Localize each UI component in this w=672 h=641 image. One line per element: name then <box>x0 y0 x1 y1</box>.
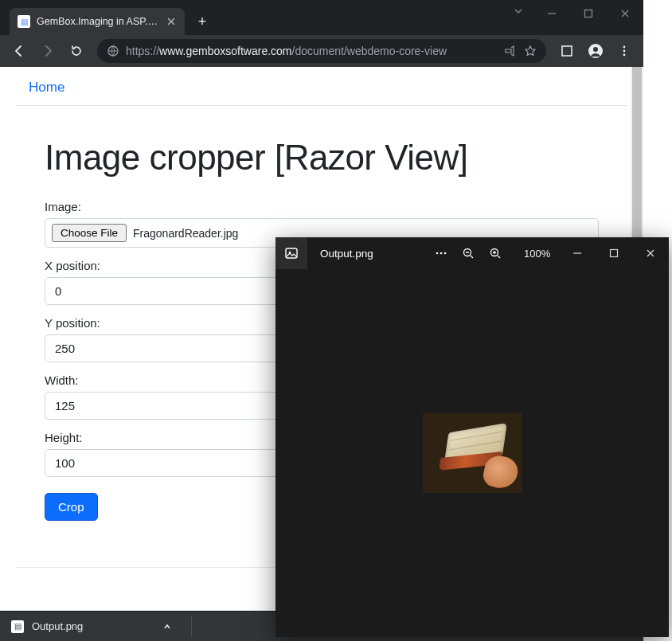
forward-icon[interactable] <box>35 38 61 64</box>
svg-point-11 <box>440 252 443 255</box>
home-link[interactable]: Home <box>29 80 64 95</box>
photos-canvas[interactable] <box>275 269 669 637</box>
choose-file-button[interactable]: Choose File <box>52 224 127 242</box>
zoom-out-icon[interactable] <box>462 247 475 260</box>
extensions-icon[interactable] <box>554 38 580 64</box>
site-info-icon[interactable] <box>107 45 119 57</box>
menu-icon[interactable] <box>611 38 637 64</box>
svg-rect-0 <box>585 10 592 18</box>
tab-title: GemBox.Imaging in ASP.NET Cor <box>37 16 159 27</box>
svg-rect-8 <box>286 248 297 258</box>
svg-rect-15 <box>611 250 618 257</box>
browser-titlebar: ▤ GemBox.Imaging in ASP.NET Cor + <box>0 0 643 35</box>
svg-point-12 <box>444 252 447 255</box>
svg-point-7 <box>623 54 626 57</box>
download-menu-icon[interactable] <box>162 622 172 631</box>
photos-maximize-icon[interactable] <box>596 237 632 269</box>
download-filename: Output.png <box>32 620 83 632</box>
photos-title: Output.png <box>320 248 373 260</box>
minimize-icon[interactable] <box>533 0 570 27</box>
bookmark-icon[interactable] <box>524 45 537 57</box>
window-controls <box>533 0 643 27</box>
url-text: https://www.gemboxsoftware.com/document/… <box>126 45 497 57</box>
profile-icon[interactable] <box>583 38 608 64</box>
svg-point-4 <box>593 47 598 52</box>
back-icon[interactable] <box>6 38 32 64</box>
image-label: Image: <box>45 200 599 213</box>
download-item[interactable]: ▤ Output.png <box>11 620 172 633</box>
address-bar[interactable]: https://www.gemboxsoftware.com/document/… <box>97 39 546 63</box>
maximize-icon[interactable] <box>570 0 607 27</box>
zoom-level: 100% <box>524 248 550 260</box>
svg-point-5 <box>623 46 626 49</box>
more-icon[interactable] <box>435 247 447 260</box>
svg-point-6 <box>623 50 626 53</box>
photos-window: Output.png 100% <box>275 237 669 637</box>
svg-rect-2 <box>562 46 572 56</box>
file-name-text: FragonardReader.jpg <box>133 227 238 240</box>
reload-icon[interactable] <box>64 38 89 64</box>
share-icon[interactable] <box>503 45 516 57</box>
download-separator <box>191 616 192 637</box>
browser-toolbar: https://www.gemboxsoftware.com/document/… <box>0 35 643 67</box>
page-title: Image cropper [Razor View] <box>45 138 599 178</box>
photos-app-icon[interactable] <box>275 237 307 269</box>
browser-tab[interactable]: ▤ GemBox.Imaging in ASP.NET Cor <box>10 8 185 35</box>
new-tab-button[interactable]: + <box>191 10 213 33</box>
photos-window-controls <box>559 237 669 269</box>
site-nav: Home <box>16 67 627 106</box>
crop-button[interactable]: Crop <box>45 493 98 521</box>
output-image <box>423 413 522 493</box>
svg-point-10 <box>436 252 439 255</box>
photos-close-icon[interactable] <box>632 237 669 269</box>
close-window-icon[interactable] <box>607 0 643 27</box>
tab-favicon: ▤ <box>18 15 30 28</box>
photos-toolbar: 100% <box>435 237 550 269</box>
zoom-in-icon[interactable] <box>489 247 502 260</box>
download-file-icon: ▤ <box>11 620 24 633</box>
close-tab-icon[interactable] <box>166 16 177 27</box>
photos-minimize-icon[interactable] <box>559 237 596 269</box>
photos-titlebar: Output.png 100% <box>275 237 669 269</box>
tab-search-icon[interactable] <box>513 6 524 17</box>
